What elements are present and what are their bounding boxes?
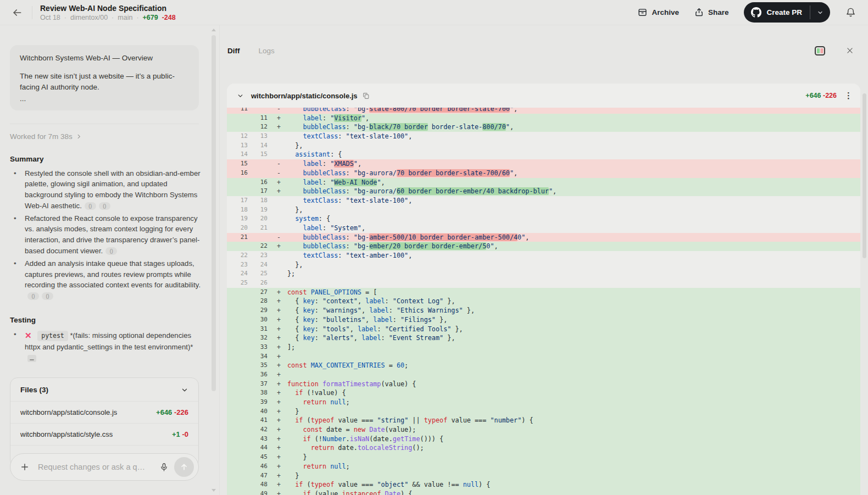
testing-heading: Testing — [10, 316, 201, 324]
file-diff-stats: +646 -226 — [805, 92, 837, 99]
diff-row: 21- bubbleClass: "bg-amber-500/10 border… — [227, 233, 860, 242]
total-deletions: -248 — [162, 14, 176, 21]
diff-row: 1718 textClass: "text-slate-100", — [227, 196, 860, 205]
file-deletions: -226 — [823, 92, 837, 99]
summary-list: Restyled the console shell with an obsid… — [10, 168, 201, 302]
citation-chip[interactable]: () — [27, 292, 39, 300]
close-icon — [846, 47, 854, 54]
send-button[interactable] — [174, 457, 194, 477]
worked-for-toggle[interactable]: Worked for 7m 38s — [10, 132, 82, 141]
diff-row: 38+ if (!value) { — [227, 388, 860, 398]
create-pr-button[interactable]: Create PR — [744, 2, 810, 23]
diff-row: 36+ — [227, 370, 860, 380]
diff-row: 16- bubbleClass: "bg-aurora/70 border bo… — [227, 169, 860, 178]
diff-row: 31+ { key: "tools", label: "Certified To… — [227, 325, 860, 334]
archive-icon — [638, 8, 647, 17]
composer-input[interactable]: Request changes or ask a q… — [38, 463, 159, 471]
back-button[interactable] — [8, 3, 26, 22]
fail-x-icon: ✕ — [25, 331, 32, 340]
file-row[interactable]: witchborn/app/static/style.css+1 -0 — [10, 423, 198, 445]
diff-row: 45+ } — [227, 453, 860, 462]
share-button[interactable]: Share — [694, 8, 729, 17]
kebab-menu-icon: ⋮ — [844, 91, 853, 101]
arrow-up-icon — [180, 463, 188, 471]
arrow-left-icon — [12, 7, 23, 18]
diff-row: 28+ { key: "context", label: "Context Lo… — [227, 297, 860, 306]
diff-row: 29+ { key: "warnings", label: "Ethics Wa… — [227, 306, 860, 315]
copy-icon — [363, 92, 370, 99]
composer: Request changes or ask a q… — [10, 453, 199, 481]
diff-row: 1415 assistant: { — [227, 150, 860, 159]
file-row[interactable]: witchborn/app/static/console.js+646 -226 — [10, 401, 198, 423]
test-command-chip: pytest — [37, 331, 68, 341]
split-diff-toggle-button[interactable] — [815, 46, 825, 55]
bell-icon — [845, 7, 856, 18]
mic-button[interactable] — [159, 463, 169, 472]
chevron-right-icon — [76, 134, 82, 140]
citation-chip[interactable]: () — [105, 247, 117, 255]
diff-row: 2021 label: "System", — [227, 224, 860, 233]
diff-row: 47+ } — [227, 471, 860, 481]
diff-row: 12+ bubbleClass: "bg-black/70 border bor… — [227, 123, 860, 132]
diff-scrollbar-thumb[interactable] — [863, 93, 866, 258]
header-divider — [32, 6, 32, 19]
copy-path-button[interactable] — [363, 92, 370, 99]
create-pr-dropdown-button[interactable] — [810, 2, 830, 23]
diff-row: 48+ if (typeof value === "object" && val… — [227, 480, 860, 490]
scrollbar-thumb[interactable] — [212, 35, 216, 391]
chevron-down-icon — [181, 386, 188, 394]
diff-file-header: witchborn/app/static/console.js +646 -22… — [227, 84, 860, 108]
diff-row: 27+const PANEL_OPTIONS = [ — [227, 288, 860, 297]
diff-file-path: witchborn/app/static/console.js — [251, 92, 358, 100]
sidebar-scrollbar[interactable] — [211, 25, 216, 495]
tabs-row: Diff Logs — [227, 44, 860, 57]
files-heading: Files (3) — [20, 386, 48, 394]
collapse-file-button[interactable] — [237, 92, 244, 99]
files-card-header[interactable]: Files (3) — [10, 378, 198, 401]
tab-logs[interactable]: Logs — [259, 47, 275, 55]
scrollbar-down-arrow[interactable] — [212, 489, 216, 492]
diff-row: 15- label: "XMADS", — [227, 159, 860, 169]
diff-row: 2425}; — [227, 269, 860, 279]
diff-row: 34+ — [227, 352, 860, 361]
archive-button[interactable]: Archive — [638, 8, 679, 17]
task-date: Oct 18 — [40, 14, 60, 21]
overview-card: Witchborn Systems Web-AI — Overview The … — [10, 45, 199, 110]
app-header: Review Web-AI Node Specification Oct 18·… — [0, 0, 868, 25]
notifications-button[interactable] — [845, 7, 856, 18]
github-icon — [751, 7, 761, 18]
console-output-chip-icon[interactable] — [27, 355, 36, 362]
testing-item: ✕ pytest *(fails: missing optional depen… — [10, 329, 201, 364]
chevron-down-icon — [817, 9, 824, 16]
overview-title: Witchborn Systems Web-AI — Overview — [20, 54, 189, 62]
citation-chip[interactable]: () — [99, 202, 110, 210]
attach-button[interactable] — [20, 462, 30, 472]
diff-card: witchborn/app/static/console.js +646 -22… — [227, 84, 860, 495]
file-stats: +1 -0 — [172, 430, 188, 438]
diff-row: 41+ if (typeof value === "string" || typ… — [227, 416, 860, 425]
citation-chip[interactable]: () — [85, 202, 96, 210]
create-pr-split-button: Create PR — [744, 2, 830, 23]
diff-row: 2526 — [227, 279, 860, 288]
diff-row: 1213 textClass: "text-slate-100", — [227, 132, 860, 141]
file-menu-button[interactable]: ⋮ — [844, 91, 853, 101]
diff-row: 11- bubbleClass: "bg-slate-800/70 border… — [227, 108, 860, 114]
summary-bullet: Added an analysis intake queue that stag… — [10, 258, 201, 302]
close-panel-button[interactable] — [846, 47, 854, 54]
plus-icon — [20, 462, 30, 472]
diff-row: 2223 textClass: "text-amber-100", — [227, 251, 860, 260]
file-path: witchborn/app/static/style.css — [20, 430, 113, 438]
tab-diff[interactable]: Diff — [227, 47, 240, 55]
scrollbar-up-arrow[interactable] — [212, 29, 216, 31]
diff-row: 42+ const date = new Date(value); — [227, 425, 860, 435]
citation-chip[interactable]: () — [42, 292, 53, 300]
diff-row: 1920 system: { — [227, 214, 860, 224]
diff-row: 1819 }, — [227, 205, 860, 215]
diff-row: 32+ { key: "alerts", label: "Event Strea… — [227, 333, 860, 343]
diff-row: 46+ return null; — [227, 462, 860, 471]
diff-row: 11+ label: "Visitor", — [227, 114, 860, 123]
file-additions: +646 — [805, 92, 821, 99]
diff-row: 30+ { key: "bulletins", label: "Filings"… — [227, 315, 860, 325]
diff-row: 17+ bubbleClass: "bg-aurora/60 border bo… — [227, 187, 860, 196]
page-title: Review Web-AI Node Specification — [40, 3, 176, 13]
